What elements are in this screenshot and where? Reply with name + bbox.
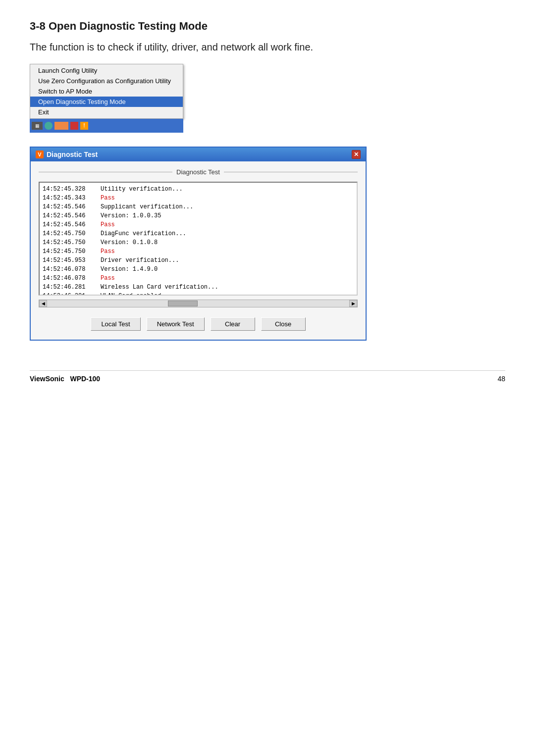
log-message: Driver verification... bbox=[101, 256, 179, 265]
button-row: Local Test Network Test Clear Close bbox=[39, 313, 358, 333]
log-row: 14:52:45.328Utility verification... bbox=[43, 185, 354, 194]
taskbar-icon-2 bbox=[45, 122, 53, 130]
menu-item-launch[interactable]: Launch Config Utility bbox=[30, 65, 183, 76]
page-footer: ViewSonic WPD-100 48 bbox=[30, 370, 505, 383]
taskbar-icon-4 bbox=[70, 122, 78, 130]
section-label-text: Diagnostic Test bbox=[176, 168, 220, 176]
log-message: Pass bbox=[101, 220, 115, 229]
section-label-row: Diagnostic Test bbox=[39, 168, 358, 176]
log-time: 14:52:45.546 bbox=[43, 202, 95, 211]
log-time: 14:52:46.078 bbox=[43, 265, 95, 274]
page-subtitle: The function is to check if utility, dri… bbox=[30, 42, 505, 53]
log-time: 14:52:45.750 bbox=[43, 247, 95, 256]
log-message: Utility verification... bbox=[101, 185, 183, 194]
log-row: 14:52:45.546Pass bbox=[43, 220, 354, 229]
log-message: Wireless Lan Card verification... bbox=[101, 283, 218, 292]
footer-brand: ViewSonic WPD-100 bbox=[30, 375, 100, 383]
horizontal-scrollbar[interactable]: ◀ ▶ bbox=[39, 300, 358, 307]
log-container[interactable]: 14:52:45.328Utility verification...14:52… bbox=[39, 182, 358, 296]
log-time: 14:52:46.078 bbox=[43, 274, 95, 283]
log-message: Version: 1.0.0.35 bbox=[101, 211, 161, 220]
log-time: 14:52:45.953 bbox=[43, 256, 95, 265]
log-time: 14:52:46.281 bbox=[43, 283, 95, 292]
log-message: Supplicant verification... bbox=[101, 202, 193, 211]
close-dialog-button[interactable]: Close bbox=[261, 317, 306, 331]
dialog-titlebar-left: V Diagnostic Test bbox=[36, 151, 98, 158]
log-time: 14:52:45.546 bbox=[43, 211, 95, 220]
dialog-title-text: Diagnostic Test bbox=[47, 151, 98, 158]
diagnostic-dialog: V Diagnostic Test ✕ Diagnostic Test 14:5… bbox=[30, 147, 367, 341]
log-time: 14:52:45.546 bbox=[43, 220, 95, 229]
log-message: Pass bbox=[101, 247, 115, 256]
log-row: 14:52:45.750DiagFunc verification... bbox=[43, 229, 354, 238]
log-row: 14:52:45.343Pass bbox=[43, 194, 354, 202]
menu-item-exit[interactable]: Exit bbox=[30, 107, 183, 117]
dialog-body: Diagnostic Test 14:52:45.328Utility veri… bbox=[31, 161, 366, 340]
brand-model: WPD-100 bbox=[70, 375, 100, 383]
log-row: 14:52:46.078Pass bbox=[43, 274, 354, 283]
log-row: 14:52:46.078Version: 1.4.9.0 bbox=[43, 265, 354, 274]
menu-item-zero-config[interactable]: Use Zero Configuration as Configuration … bbox=[30, 76, 183, 86]
section-line-left bbox=[39, 172, 172, 172]
page-heading: 3-8 Open Diagnostic Testing Mode bbox=[30, 20, 505, 33]
scroll-left-arrow[interactable]: ◀ bbox=[39, 300, 47, 307]
taskbar-icon-3 bbox=[54, 122, 68, 130]
log-time: 14:52:45.328 bbox=[43, 185, 95, 194]
dialog-close-x-button[interactable]: ✕ bbox=[352, 150, 361, 159]
dialog-titlebar: V Diagnostic Test ✕ bbox=[31, 148, 366, 161]
log-message: WLAN Card enabled bbox=[101, 292, 161, 296]
log-message: Pass bbox=[101, 274, 115, 283]
log-row: 14:52:45.750Version: 0.1.0.8 bbox=[43, 238, 354, 247]
log-time: 14:52:45.343 bbox=[43, 194, 95, 202]
taskbar-icon-1: ▦ bbox=[32, 122, 43, 130]
network-test-button[interactable]: Network Test bbox=[147, 317, 205, 331]
screenshot-area: Launch Config Utility Use Zero Configura… bbox=[30, 64, 505, 133]
taskbar-icon-5: ! bbox=[80, 122, 88, 130]
log-row: 14:52:45.546Version: 1.0.0.35 bbox=[43, 211, 354, 220]
log-time: 14:52:45.750 bbox=[43, 229, 95, 238]
log-row: 14:52:46.301WLAN Card enabled bbox=[43, 292, 354, 296]
footer-page-number: 48 bbox=[497, 375, 505, 383]
scroll-track bbox=[47, 300, 349, 307]
scroll-thumb bbox=[168, 301, 198, 306]
log-time: 14:52:46.301 bbox=[43, 292, 95, 296]
clear-button[interactable]: Clear bbox=[211, 317, 255, 331]
local-test-button[interactable]: Local Test bbox=[91, 317, 140, 331]
menu-item-ap-mode[interactable]: Switch to AP Mode bbox=[30, 86, 183, 97]
menu-item-diagnostic[interactable]: Open Diagnostic Testing Mode bbox=[30, 97, 183, 107]
brand-name: ViewSonic bbox=[30, 375, 64, 383]
log-row: 14:52:46.281Wireless Lan Card verificati… bbox=[43, 283, 354, 292]
log-message: DiagFunc verification... bbox=[101, 229, 186, 238]
log-message: Version: 0.1.0.8 bbox=[101, 238, 158, 247]
scroll-right-arrow[interactable]: ▶ bbox=[349, 300, 357, 307]
log-time: 14:52:45.750 bbox=[43, 238, 95, 247]
log-message: Version: 1.4.9.0 bbox=[101, 265, 158, 274]
taskbar-strip: ▦ ! bbox=[30, 119, 183, 133]
section-line-right bbox=[224, 172, 358, 172]
log-row: 14:52:45.750Pass bbox=[43, 247, 354, 256]
log-row: 14:52:45.546Supplicant verification... bbox=[43, 202, 354, 211]
dialog-title-icon: V bbox=[36, 151, 44, 158]
log-row: 14:52:45.953Driver verification... bbox=[43, 256, 354, 265]
context-menu: Launch Config Utility Use Zero Configura… bbox=[30, 64, 183, 119]
log-message: Pass bbox=[101, 194, 115, 202]
